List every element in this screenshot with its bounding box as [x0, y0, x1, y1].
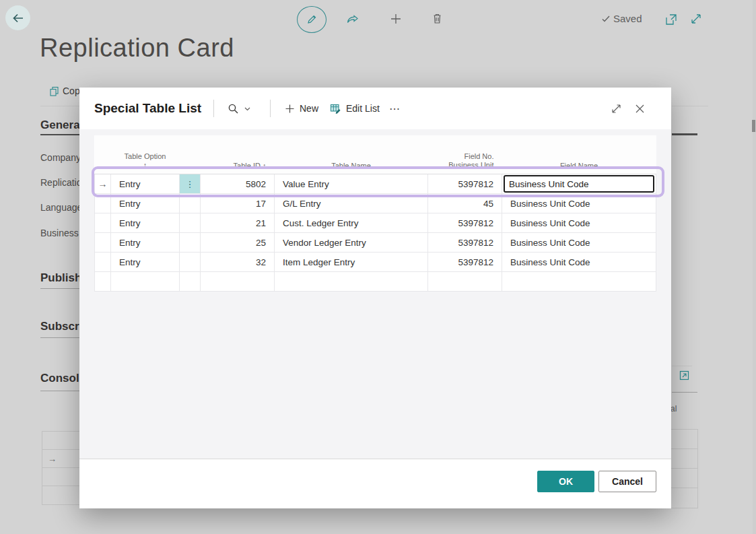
section-subscribe: Subscri [40, 320, 82, 333]
cell-table-name[interactable]: Value Entry [275, 174, 428, 194]
edit-list-button[interactable]: Edit List [330, 88, 380, 129]
cancel-button[interactable]: Cancel [598, 471, 656, 492]
special-table-grid: Table Option↑ Table ID ↑ Table Name Fiel… [94, 135, 656, 292]
diagonal-expand-icon [610, 102, 623, 115]
cell-table-name[interactable]: Vendor Ledger Entry [275, 233, 428, 253]
cell-field-name[interactable]: Business Unit Code [502, 194, 656, 213]
save-status: Saved [601, 13, 642, 24]
table-row[interactable]: Entry 32 Item Ledger Entry 5397812 Busin… [95, 253, 656, 272]
resize-window-button[interactable] [689, 12, 703, 26]
cell-field-name[interactable] [502, 272, 656, 292]
more-options-button[interactable]: ⋯ [389, 88, 400, 129]
cell-table-option[interactable]: Entry [111, 213, 180, 233]
section-subscribe-underline [40, 337, 79, 338]
chevron-down-icon [244, 105, 251, 112]
open-in-window-button[interactable] [664, 13, 678, 26]
cell-field-no[interactable]: 5397812 [428, 253, 502, 272]
copy-action[interactable]: Cop [49, 86, 80, 96]
cell-field-name[interactable]: Business Unit Code [502, 253, 656, 272]
cell-table-id[interactable]: 32 [201, 253, 275, 272]
ok-button[interactable]: OK [537, 471, 594, 492]
row-menu-button[interactable]: ⋮ [180, 174, 200, 193]
page-scrollbar-thumb[interactable] [752, 120, 755, 132]
cell-table-option[interactable]: Entry [111, 253, 180, 272]
table-row[interactable]: Entry 25 Vendor Ledger Entry 5397812 Bus… [95, 233, 656, 253]
dialog-footer: OK Cancel [79, 459, 671, 508]
section-consolidation-underline [40, 391, 79, 391]
section-general: Genera [40, 119, 80, 132]
cell-table-name[interactable]: Cust. Ledger Entry [275, 213, 428, 233]
cell-table-id[interactable]: 21 [201, 213, 275, 233]
col-table-id[interactable]: Table ID ↑ [201, 135, 275, 174]
close-dialog-button[interactable] [633, 88, 646, 129]
cell-table-option[interactable]: Entry [111, 174, 180, 194]
check-icon [601, 14, 611, 24]
cell-table-id[interactable]: 17 [201, 194, 275, 213]
cell-field-no[interactable]: 5397812 [428, 213, 502, 233]
search-button[interactable] [228, 88, 251, 129]
table-row[interactable]: → Entry ⋮ 5802 Value Entry 5397812 [95, 174, 656, 194]
cell-row-menu[interactable] [180, 272, 201, 292]
col-field-name[interactable]: Field Name [502, 135, 656, 174]
cell-field-no[interactable]: 5397812 [428, 174, 502, 194]
new-row-button[interactable]: New [285, 88, 318, 129]
sort-asc-icon: ↑ [263, 162, 267, 170]
edit-list-icon [330, 103, 341, 114]
col-table-name[interactable]: Table Name [275, 135, 428, 174]
cell-row-menu[interactable] [180, 233, 201, 253]
trash-icon [430, 11, 444, 26]
cell-table-option[interactable] [111, 272, 180, 292]
share-icon [345, 12, 360, 27]
cell-table-option[interactable]: Entry [111, 194, 180, 213]
plus-icon [285, 104, 295, 114]
assist-edit-button[interactable] [679, 370, 690, 381]
cell-field-name[interactable]: Business Unit Code [502, 213, 656, 233]
header-divider-2 [270, 100, 271, 117]
col-table-option[interactable]: Table Option↑ [111, 135, 180, 174]
dialog-title: Special Table List [94, 88, 201, 129]
cell-field-no[interactable]: 45 [428, 194, 502, 213]
expand-dialog-button[interactable] [610, 88, 623, 129]
cell-row-menu[interactable] [180, 194, 201, 213]
col-field-no[interactable]: Field No.Business Unit [428, 135, 502, 174]
cell-table-id[interactable]: 5802 [201, 174, 275, 194]
edit-list-label: Edit List [346, 103, 380, 114]
cell-field-no[interactable]: 5397812 [428, 233, 502, 253]
edit-button[interactable] [297, 6, 327, 33]
cell-table-name[interactable]: Item Ledger Entry [275, 253, 428, 272]
cell-table-id[interactable]: 25 [201, 233, 275, 253]
vertical-ellipsis-icon: ⋮ [186, 181, 195, 187]
grid-header-row: Table Option↑ Table ID ↑ Table Name Fiel… [95, 135, 656, 174]
header-divider [213, 100, 214, 117]
page-scrollbar-track[interactable] [753, 0, 756, 534]
delete-button[interactable] [430, 11, 444, 26]
field-label-language: Language [40, 202, 82, 213]
cell-table-id[interactable] [201, 272, 275, 292]
ellipsis-icon: ⋯ [389, 102, 400, 115]
save-status-label: Saved [613, 13, 642, 24]
special-table-body: → Entry ⋮ 5802 Value Entry 5397812 Entry… [95, 174, 656, 292]
bg-row-indicator-icon: → [48, 454, 57, 464]
col-row-menu [180, 135, 201, 174]
screen: Replication Card Saved [0, 0, 756, 534]
new-button[interactable] [388, 11, 403, 26]
copy-icon [49, 86, 59, 96]
cell-row-menu[interactable] [180, 213, 201, 233]
table-row[interactable]: Entry 21 Cust. Ledger Entry 5397812 Busi… [95, 213, 656, 233]
cell-row-menu[interactable] [180, 253, 201, 272]
dialog-body: Table Option↑ Table ID ↑ Table Name Fiel… [79, 129, 671, 459]
section-publish: Publish [40, 271, 81, 285]
back-button[interactable] [5, 5, 30, 30]
cell-table-option[interactable]: Entry [111, 233, 180, 253]
cell-field-name[interactable] [502, 174, 656, 194]
cell-field-no[interactable] [428, 272, 502, 292]
cell-table-name[interactable]: G/L Entry [275, 194, 428, 213]
cell-row-menu[interactable]: ⋮ [180, 174, 201, 194]
table-row[interactable]: Entry 17 G/L Entry 45 Business Unit Code [95, 194, 656, 213]
field-name-input[interactable] [504, 175, 654, 193]
cell-table-name[interactable] [275, 272, 428, 292]
table-row[interactable] [95, 272, 656, 292]
share-button[interactable] [345, 12, 360, 27]
cell-field-name[interactable]: Business Unit Code [502, 233, 656, 253]
field-label-business: Business [40, 228, 79, 238]
